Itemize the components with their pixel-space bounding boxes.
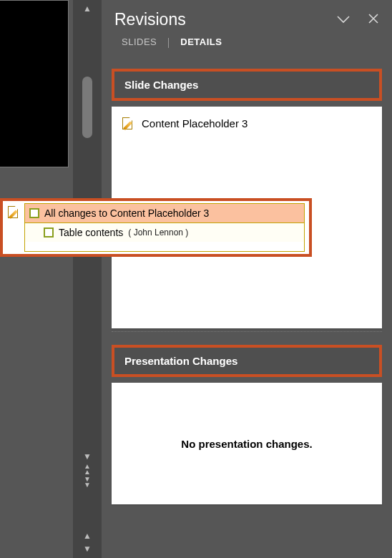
- slide-changes-header: Slide Changes: [112, 69, 382, 101]
- no-changes-message: No presentation changes.: [181, 438, 312, 450]
- close-icon[interactable]: [368, 13, 379, 28]
- all-changes-label: All changes to Content Placeholder 3: [44, 207, 209, 219]
- editor-left-area: [0, 0, 73, 558]
- edit-icon: [122, 117, 134, 129]
- author-label: ( John Lennon ): [128, 227, 188, 238]
- tab-bar: SLIDES DETAILS: [102, 32, 392, 53]
- scroll-down-icon[interactable]: ▼: [80, 450, 94, 463]
- revisions-panel: Revisions SLIDES DETAILS Slide Changes C…: [102, 0, 392, 558]
- checkbox[interactable]: [29, 208, 39, 218]
- next-slide-button[interactable]: ▼▼: [80, 476, 94, 489]
- change-item-label: Content Placeholder 3: [142, 117, 248, 129]
- scroll-up-icon[interactable]: ▲: [80, 2, 94, 15]
- prev-slide-button[interactable]: ▲▲: [80, 463, 94, 476]
- change-item[interactable]: Content Placeholder 3: [112, 107, 382, 129]
- changes-popup: All changes to Content Placeholder 3 Tab…: [0, 198, 312, 257]
- table-contents-row[interactable]: Table contents ( John Lennon ): [25, 223, 304, 242]
- tab-slides[interactable]: SLIDES: [122, 36, 157, 53]
- notes-scroll-down-icon[interactable]: ▼: [80, 542, 94, 555]
- edit-icon: [7, 205, 20, 218]
- popup-body: All changes to Content Placeholder 3 Tab…: [24, 203, 305, 252]
- scroll-region: ▲ ▼ ▲▲ ▼▼ ▲ ▼: [73, 0, 102, 558]
- panel-header: Revisions: [102, 0, 392, 32]
- presentation-changes-panel: No presentation changes.: [112, 383, 382, 504]
- scroll-thumb[interactable]: [82, 77, 92, 138]
- all-changes-row[interactable]: All changes to Content Placeholder 3: [25, 204, 304, 223]
- slide-changes-label: Slide Changes: [124, 79, 198, 91]
- presentation-changes-label: Presentation Changes: [124, 355, 237, 367]
- table-contents-label: Table contents: [59, 227, 123, 238]
- checkbox[interactable]: [44, 227, 54, 238]
- presentation-changes-header: Presentation Changes: [112, 345, 382, 377]
- notes-scroll-up-icon[interactable]: ▲: [80, 529, 94, 542]
- popup-gutter: [3, 201, 24, 254]
- tab-separator: [168, 38, 169, 48]
- collapse-icon[interactable]: [336, 14, 351, 26]
- notes-scrollbar[interactable]: ▲ ▼: [80, 529, 94, 555]
- slide-canvas[interactable]: [0, 0, 69, 167]
- tab-details[interactable]: DETAILS: [180, 36, 222, 53]
- section-divider: [112, 331, 382, 332]
